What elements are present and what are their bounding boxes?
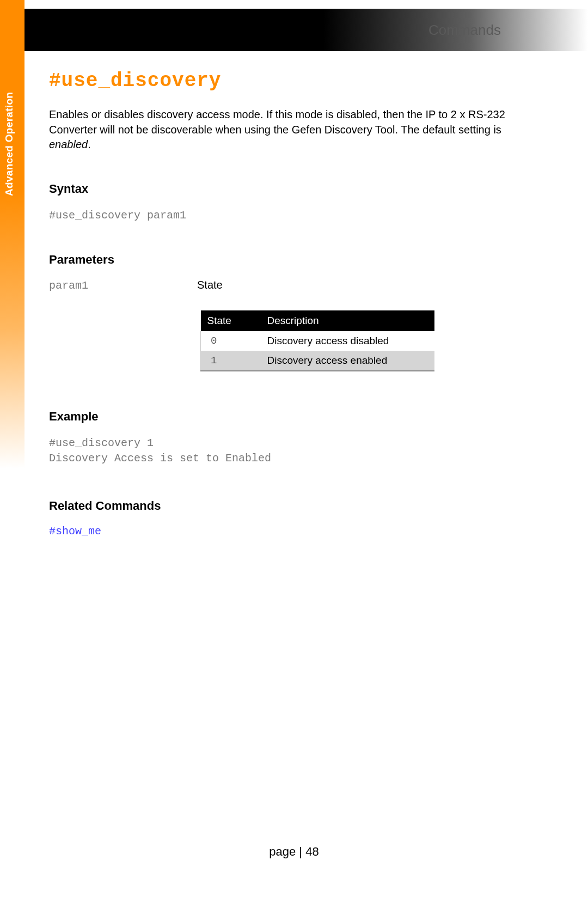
sidebar-label: Advanced Operation [3, 92, 15, 196]
table-row: 1 Discovery access enabled [201, 351, 435, 371]
cell-state: 1 [201, 351, 261, 371]
page-footer: page | 48 [0, 845, 588, 859]
cell-desc: Discovery access disabled [261, 331, 435, 351]
cell-state: 0 [201, 331, 261, 351]
related-link[interactable]: #show_me [49, 525, 512, 538]
page-title: #use_discovery [49, 70, 512, 92]
syntax-heading: Syntax [49, 182, 512, 196]
topbar: Commands [0, 9, 588, 51]
related-heading: Related Commands [49, 499, 512, 513]
example-heading: Example [49, 410, 512, 424]
example-code: #use_discovery 1 Discovery Access is set… [49, 436, 512, 466]
param-name: param1 [49, 279, 88, 292]
intro-suffix: . [88, 138, 91, 150]
table-header-row: State Description [201, 310, 435, 331]
param-type: State [197, 279, 223, 291]
sidebar: Advanced Operation [0, 0, 24, 468]
th-state: State [201, 310, 261, 331]
topbar-title: Commands [428, 22, 501, 39]
cell-desc: Discovery access enabled [261, 351, 435, 371]
table-row: 0 Discovery access disabled [201, 331, 435, 351]
intro-em: enabled [49, 138, 88, 150]
th-description: Description [261, 310, 435, 331]
intro-paragraph: Enables or disables discovery access mod… [49, 107, 512, 152]
content: #use_discovery Enables or disables disco… [49, 70, 512, 538]
parameters-heading: Parameters [49, 253, 512, 267]
param-row: param1 State [49, 279, 512, 292]
syntax-code: #use_discovery param1 [49, 208, 512, 223]
state-table: State Description 0 Discovery access dis… [200, 310, 434, 371]
intro-text: Enables or disables discovery access mod… [49, 108, 505, 136]
